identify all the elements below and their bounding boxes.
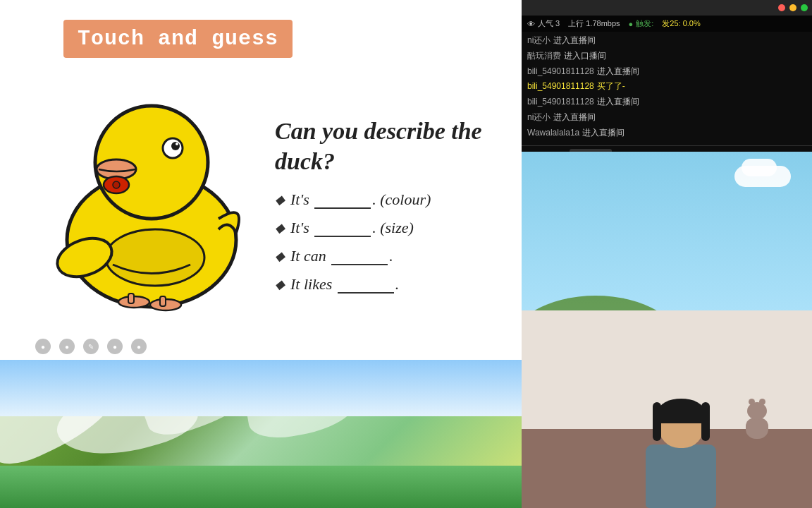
toolbar-icon-4[interactable]: ● (107, 339, 123, 354)
svg-point-1 (106, 229, 204, 286)
cpu-stat: ● 触发: (629, 18, 654, 29)
svg-point-4 (171, 142, 180, 150)
chat-messages: ni还小 进入直播间 酷玩消费 进入口播间 bili_54901811128 进… (522, 32, 812, 145)
chat-message-2: 酷玩消费 进入口播间 (527, 50, 806, 62)
ground-strip (0, 466, 522, 508)
chat-message-7: Wawalalala1a 进入直播间 (527, 127, 806, 139)
slide-content: Touch and guess (0, 0, 522, 360)
bear-head (747, 402, 767, 420)
diamond-icon: ◆ (275, 277, 285, 292)
chat-message-3: bili_54901811128 进入直播间 (527, 66, 806, 78)
artwork-bg (0, 360, 522, 508)
stream-stats: 👁 人气 3 上行 1.78mbps ● 触发: 发25: 0.0% (522, 16, 812, 32)
viewer-number: 人气 3 (538, 18, 560, 29)
chat-action-2: 进入口播间 (564, 50, 606, 62)
stream-tabs: 全部评论 直播弹幕 在线列表 (522, 145, 812, 152)
webcam-bg (522, 310, 812, 508)
upload-stat: 上行 1.78mbps (568, 18, 620, 29)
close-button[interactable] (778, 4, 785, 11)
minimize-button[interactable] (789, 4, 796, 11)
bear-ear-left (749, 399, 755, 405)
chat-message-1: ni还小 进入直播间 (527, 35, 806, 47)
window-controls (778, 4, 808, 11)
chat-message-4: bili_54901811128 买了了- (527, 80, 806, 92)
webcam-overlay (522, 310, 812, 508)
list-item: ◆ It's . (colour) (275, 190, 515, 209)
chat-message-6: ni还小 进入直播间 (527, 111, 806, 123)
toolbar-icon-2[interactable]: ● (59, 339, 75, 354)
toolbar-icon-5[interactable]: ● (131, 339, 147, 354)
chat-action-1: 进入直播间 (553, 35, 596, 47)
chat-action-6: 进入直播间 (553, 111, 596, 123)
bear-ear-right (759, 399, 765, 405)
svg-rect-13 (160, 296, 166, 306)
diamond-icon: ◆ (275, 248, 285, 264)
toolbar-icon-1[interactable]: ● (35, 339, 51, 354)
person-hair (658, 399, 704, 423)
chat-username-3: bili_54901811128 (527, 66, 594, 78)
perc-label: 发25: 0.0% (662, 18, 700, 29)
bullet-text-2: It's . (size) (290, 219, 414, 237)
chat-username-4: bili_54901811128 (527, 80, 594, 92)
cloud-2 (742, 159, 777, 176)
chat-username-1: ni还小 (527, 35, 550, 47)
diamond-icon: ◆ (275, 192, 285, 207)
svg-point-8 (113, 181, 120, 188)
cpu-label: 触发: (636, 18, 653, 29)
perc-stat: 发25: 0.0% (662, 18, 700, 29)
person-head (658, 399, 704, 448)
svg-rect-12 (128, 294, 134, 303)
text-content: Can you describe the duck? ◆ It's . (col… (275, 116, 515, 303)
list-item: ◆ It's . (size) (275, 219, 515, 237)
upload-label: 上行 1.78mbps (568, 18, 620, 29)
cpu-dot: ● (629, 20, 634, 28)
stream-topbar (522, 0, 812, 16)
list-item: ◆ It likes . (275, 275, 515, 294)
teddy-bear (746, 402, 768, 439)
hair-left (653, 402, 661, 441)
bullet-text-3: It can . (290, 247, 393, 265)
duck-area (42, 78, 268, 339)
toolbar: ● ● ✎ ● ● (35, 339, 147, 354)
chat-username-5: bili_54901811128 (527, 96, 594, 108)
bear-body (746, 418, 768, 439)
main-area: Touch and guess (0, 0, 812, 508)
person-body (646, 445, 716, 508)
person-container (646, 399, 716, 508)
stream-overlay: 👁 人气 3 上行 1.78mbps ● 触发: 发25: 0.0% ni还小 (522, 0, 812, 152)
viewer-count: 👁 人气 3 (527, 18, 560, 29)
chat-username-7: Wawalalala1a (527, 127, 579, 139)
chat-username-2: 酷玩消费 (527, 50, 561, 62)
toolbar-icon-edit[interactable]: ✎ (83, 339, 99, 354)
slide-bottom-artwork (0, 360, 522, 508)
chat-action-7: 进入直播间 (582, 127, 625, 139)
chat-message-5: bili_54901811128 进入直播间 (527, 96, 806, 108)
bullet-list: ◆ It's . (colour) ◆ It's . (size) ◆ It c… (275, 190, 515, 294)
sky-strip (0, 360, 522, 416)
chat-action-4: 买了了- (597, 80, 625, 92)
duck-image (42, 78, 254, 318)
hair-right (701, 402, 710, 441)
question-text: Can you describe the duck? (275, 116, 515, 176)
viewer-icon: 👁 (527, 20, 535, 28)
diamond-icon: ◆ (275, 220, 285, 236)
title-text: Touch and guess (78, 27, 278, 51)
right-panel: 👁 人气 3 上行 1.78mbps ● 触发: 发25: 0.0% ni还小 (522, 0, 812, 508)
list-item: ◆ It can . (275, 247, 515, 265)
chat-action-3: 进入直播间 (597, 66, 639, 78)
svg-point-5 (176, 143, 178, 145)
chat-username-6: ni还小 (527, 111, 550, 123)
maximize-button[interactable] (801, 4, 808, 11)
bullet-text-1: It's . (colour) (290, 190, 431, 209)
slide-panel: Touch and guess (0, 0, 522, 508)
chat-action-5: 进入直播间 (597, 96, 639, 108)
bullet-text-4: It likes . (290, 275, 399, 294)
title-banner: Touch and guess (63, 20, 293, 58)
